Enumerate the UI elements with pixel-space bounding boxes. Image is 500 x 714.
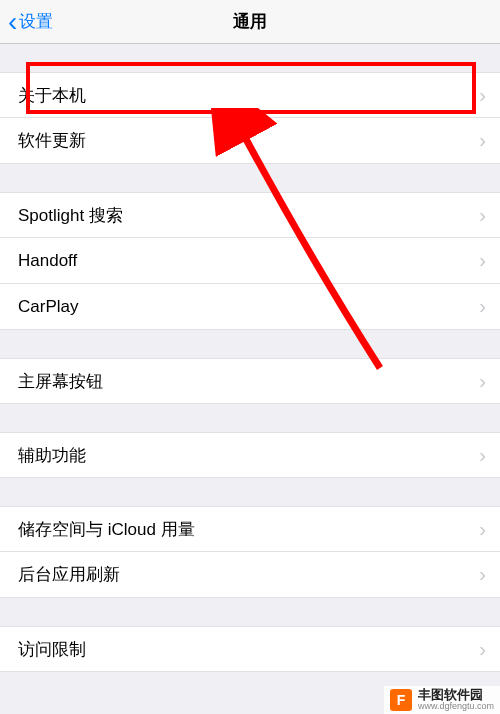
row-label: 储存空间与 iCloud 用量 (18, 518, 195, 541)
chevron-right-icon: › (479, 84, 486, 107)
watermark-logo-icon: F (390, 689, 412, 711)
watermark-url: www.dgfengtu.com (418, 702, 494, 712)
chevron-right-icon: › (479, 370, 486, 393)
chevron-right-icon: › (479, 249, 486, 272)
row-label: Handoff (18, 251, 77, 271)
row-label: CarPlay (18, 297, 78, 317)
settings-group: 访问限制 › (0, 626, 500, 672)
row-label: 访问限制 (18, 638, 86, 661)
page-title: 通用 (233, 10, 267, 33)
watermark-text: 丰图软件园 www.dgfengtu.com (418, 688, 494, 712)
row-restrictions[interactable]: 访问限制 › (0, 626, 500, 672)
chevron-right-icon: › (479, 563, 486, 586)
chevron-right-icon: › (479, 204, 486, 227)
nav-header: ‹ 设置 通用 (0, 0, 500, 44)
row-software-update[interactable]: 软件更新 › (0, 118, 500, 164)
settings-group: Spotlight 搜索 › Handoff › CarPlay › (0, 192, 500, 330)
watermark-title: 丰图软件园 (418, 688, 494, 702)
row-label: 辅助功能 (18, 444, 86, 467)
chevron-right-icon: › (479, 295, 486, 318)
row-label: 主屏幕按钮 (18, 370, 103, 393)
back-button[interactable]: ‹ 设置 (0, 8, 53, 36)
chevron-left-icon: ‹ (8, 8, 17, 36)
row-label: 软件更新 (18, 129, 86, 152)
settings-group: 辅助功能 › (0, 432, 500, 478)
row-handoff[interactable]: Handoff › (0, 238, 500, 284)
row-home-button[interactable]: 主屏幕按钮 › (0, 358, 500, 404)
row-about[interactable]: 关于本机 › (0, 72, 500, 118)
row-carplay[interactable]: CarPlay › (0, 284, 500, 330)
settings-group: 主屏幕按钮 › (0, 358, 500, 404)
row-label: Spotlight 搜索 (18, 204, 123, 227)
back-label: 设置 (19, 10, 53, 33)
chevron-right-icon: › (479, 638, 486, 661)
row-background-refresh[interactable]: 后台应用刷新 › (0, 552, 500, 598)
row-label: 后台应用刷新 (18, 563, 120, 586)
content-area: 关于本机 › 软件更新 › Spotlight 搜索 › Handoff › C… (0, 72, 500, 672)
settings-group: 关于本机 › 软件更新 › (0, 72, 500, 164)
settings-group: 储存空间与 iCloud 用量 › 后台应用刷新 › (0, 506, 500, 598)
chevron-right-icon: › (479, 129, 486, 152)
row-spotlight[interactable]: Spotlight 搜索 › (0, 192, 500, 238)
row-label: 关于本机 (18, 84, 86, 107)
row-accessibility[interactable]: 辅助功能 › (0, 432, 500, 478)
watermark: F 丰图软件园 www.dgfengtu.com (384, 686, 500, 714)
row-storage[interactable]: 储存空间与 iCloud 用量 › (0, 506, 500, 552)
chevron-right-icon: › (479, 518, 486, 541)
chevron-right-icon: › (479, 444, 486, 467)
